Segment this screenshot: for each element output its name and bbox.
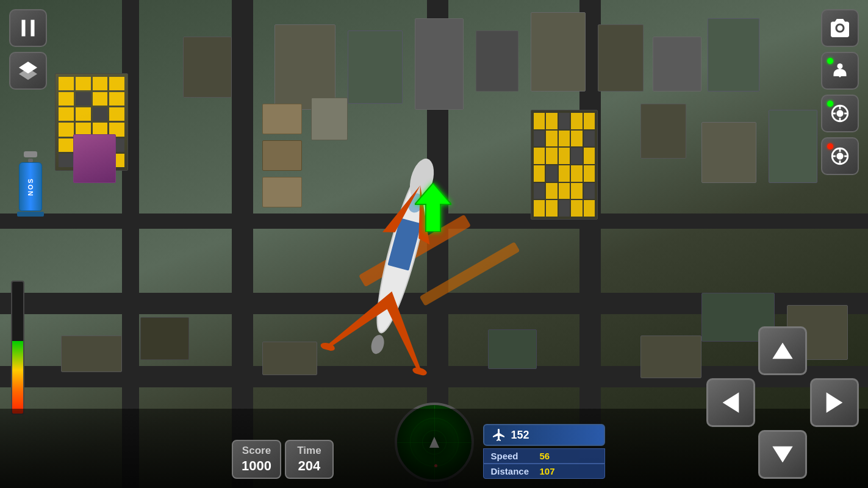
top-right-controls bbox=[821, 9, 859, 175]
engine2-status-dot bbox=[827, 143, 833, 149]
camera-button[interactable] bbox=[821, 9, 859, 47]
dir-up-button[interactable] bbox=[758, 326, 807, 375]
dir-empty-tr bbox=[810, 326, 859, 375]
seatbelt-status-dot bbox=[827, 58, 833, 64]
svg-point-20 bbox=[836, 110, 843, 117]
svg-marker-33 bbox=[827, 392, 843, 412]
svg-marker-32 bbox=[723, 392, 739, 412]
speed-value: 56 bbox=[540, 451, 550, 461]
time-box: Time 204 bbox=[285, 440, 334, 479]
directional-controls bbox=[706, 326, 859, 479]
nos-container: NOS bbox=[17, 152, 44, 217]
gauge-bar bbox=[11, 281, 24, 415]
nos-bottle: NOS bbox=[19, 162, 42, 211]
engine2-button[interactable] bbox=[821, 137, 859, 175]
seatbelt-button[interactable] bbox=[821, 52, 859, 90]
layers-button[interactable] bbox=[9, 52, 47, 90]
nos-base bbox=[17, 212, 44, 217]
svg-rect-11 bbox=[22, 20, 26, 37]
altitude-bar: 152 bbox=[483, 424, 605, 446]
info-panel: 152 Speed 56 Distance 107 bbox=[483, 424, 605, 479]
score-value: 1000 bbox=[242, 458, 271, 474]
dir-right-button[interactable] bbox=[810, 378, 859, 427]
engine-gauge bbox=[11, 281, 24, 415]
gauge-fill bbox=[12, 341, 23, 414]
dir-down-button[interactable] bbox=[758, 430, 807, 479]
svg-marker-14 bbox=[19, 68, 37, 81]
score-time-panel: Score 1000 Time 204 bbox=[232, 440, 334, 479]
distance-row: Distance 107 bbox=[483, 464, 605, 479]
engine1-button[interactable] bbox=[821, 95, 859, 132]
distance-value: 107 bbox=[540, 466, 555, 476]
svg-point-26 bbox=[836, 152, 843, 159]
speed-label: Speed bbox=[491, 451, 540, 461]
nos-label: NOS bbox=[27, 178, 34, 196]
score-box: Score 1000 bbox=[232, 440, 281, 479]
dir-empty-tl bbox=[706, 326, 755, 375]
speed-row: Speed 56 bbox=[483, 448, 605, 464]
svg-marker-34 bbox=[772, 447, 792, 463]
airplane-icon bbox=[492, 428, 506, 442]
svg-point-9 bbox=[369, 334, 386, 356]
engine1-status-dot bbox=[827, 101, 833, 107]
svg-point-18 bbox=[838, 63, 843, 69]
time-value: 204 bbox=[295, 458, 324, 474]
svg-point-15 bbox=[838, 26, 843, 31]
nos-cap bbox=[24, 151, 37, 157]
time-label: Time bbox=[295, 445, 324, 457]
pause-button[interactable] bbox=[9, 9, 47, 47]
svg-rect-12 bbox=[31, 20, 35, 37]
svg-marker-10 bbox=[415, 183, 451, 232]
top-left-controls bbox=[9, 9, 47, 90]
dir-empty-bl bbox=[706, 430, 755, 479]
svg-marker-31 bbox=[772, 343, 792, 359]
distance-label: Distance bbox=[491, 466, 540, 476]
dir-left-button[interactable] bbox=[706, 378, 755, 427]
dir-empty-br bbox=[810, 430, 859, 479]
score-label: Score bbox=[242, 445, 271, 457]
dir-center-empty bbox=[758, 378, 807, 427]
altitude-value: 152 bbox=[511, 429, 529, 442]
